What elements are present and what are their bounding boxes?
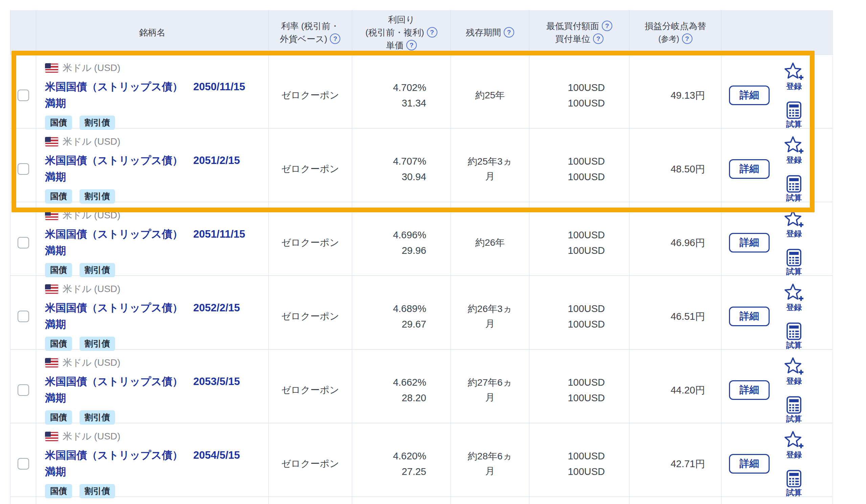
header-coupon-rate: 利率 (税引前・ 外貨ベース) ? [268,10,352,55]
tag-government-bond: 国債 [45,337,72,351]
bond-name-link[interactable]: 米国国債（ストリップス債） 2053/5/15 満期 [45,373,262,406]
breakeven-fx-cell: 46.51円 [629,276,721,357]
min-purchase-cell: 100USD 100USD [529,350,629,431]
bond-name-link[interactable]: 米国国債（ストリップス債） 2051/2/15 満期 [45,152,262,185]
help-icon[interactable]: ? [682,33,692,44]
detail-button[interactable]: 詳細 [729,85,769,105]
purchase-unit-value: 100USD [568,169,605,185]
help-icon[interactable]: ? [602,21,612,31]
help-icon[interactable]: ? [427,27,437,37]
row-checkbox[interactable] [18,384,29,396]
coupon-type-cell: ゼロクーポン [268,55,352,136]
yield-value: 4.702% [393,80,426,95]
icon-stack: 登録 試算 [784,283,804,350]
min-purchase-cell: 100USD 100USD [529,202,629,283]
detail-button[interactable]: 詳細 [729,380,769,400]
simulation-button[interactable]: 試算 [786,470,802,497]
register-favorite-button[interactable]: 登録 [784,357,804,385]
simulation-button[interactable]: 試算 [786,101,802,128]
tag-discount-bond: 割引債 [79,189,115,204]
unit-price-value: 31.34 [401,95,426,111]
bond-name-link[interactable]: 米国国債（ストリップス債） 2050/11/15 満期 [45,78,262,112]
bond-name-link[interactable]: 米国国債（ストリップス債） 2052/2/15 満期 [45,299,262,333]
yield-price-cell: 4.620% 27.25 [352,423,451,504]
register-label: 登録 [786,450,802,459]
star-plus-icon [784,62,804,81]
row-checkbox[interactable] [18,458,29,470]
remaining-period-cell: 約26年3ヵ月 [451,276,529,357]
detail-button[interactable]: 詳細 [729,307,769,326]
purchase-unit-value: 100USD [568,243,605,258]
tag-government-bond: 国債 [45,484,72,498]
row-checkbox[interactable] [18,311,29,322]
currency-line: 米ドル (USD) [45,356,262,369]
help-icon[interactable]: ? [593,33,603,44]
register-favorite-button[interactable]: 登録 [784,283,804,312]
icon-stack: 登録 試算 [784,136,804,203]
coupon-type: ゼロクーポン [281,236,339,249]
table-row: 米ドル (USD) 米国国債（ストリップス債） 2054/5/15 満期 国債 … [10,423,833,497]
remaining-period-cell: 約28年6ヵ月 [451,423,529,504]
simulation-button[interactable]: 試算 [786,249,802,276]
min-purchase-cell: 100USD 100USD [529,128,629,209]
detail-button[interactable]: 詳細 [729,454,769,473]
min-face-value: 100USD [568,448,605,464]
row-checkbox[interactable] [18,163,29,175]
detail-button[interactable]: 詳細 [729,159,769,179]
actions-cell: 詳細 登録 [721,350,833,431]
register-label: 登録 [786,82,802,91]
tag-discount-bond: 割引債 [79,263,115,277]
tag-government-bond: 国債 [45,189,72,204]
unit-price-value: 28.20 [401,390,426,405]
yield-value: 4.620% [393,448,426,464]
yield-value: 4.707% [393,153,426,169]
help-icon[interactable]: ? [406,40,417,50]
star-plus-icon [784,357,804,376]
coupon-type: ゼロクーポン [281,310,339,323]
coupon-type: ゼロクーポン [281,457,339,470]
issue-name-cell: 米ドル (USD) 米国国債（ストリップス債） 2054/5/15 満期 国債 … [36,423,268,504]
issue-name-cell: 米ドル (USD) 米国国債（ストリップス債） 2051/11/15 満期 国債… [36,202,268,283]
detail-button[interactable]: 詳細 [729,233,769,252]
simulation-label: 試算 [786,341,802,350]
bond-name-line1: 米国国債（ストリップス債） 2053/5/15 [45,373,262,390]
issue-name-cell: 米ドル (USD) 米国国債（ストリップス債） 2050/11/15 満期 国債… [36,55,268,136]
row-checkbox-cell [10,202,36,283]
icon-stack: 登録 試算 [784,357,804,424]
simulation-button[interactable]: 試算 [786,322,802,350]
actions-cell: 詳細 登録 [721,202,833,283]
register-favorite-button[interactable]: 登録 [784,430,804,459]
register-favorite-button[interactable]: 登録 [784,209,804,238]
tag-line: 国債 割引債 [45,484,262,498]
bond-name-link[interactable]: 米国国債（ストリップス債） 2051/11/15 満期 [45,226,262,259]
unit-price-value: 29.96 [401,243,426,258]
register-favorite-button[interactable]: 登録 [784,62,804,91]
calculator-icon [786,470,802,488]
yield-value: 4.662% [393,375,426,390]
coupon-type-cell: ゼロクーポン [268,276,352,357]
unit-price-value: 27.25 [401,464,426,479]
yield-value: 4.689% [393,301,426,317]
help-icon[interactable]: ? [504,27,514,37]
coupon-type-cell: ゼロクーポン [268,350,352,431]
header-remaining-period: 残存期間 ? [451,10,529,55]
register-favorite-button[interactable]: 登録 [784,136,804,164]
remaining-period: 約25年 [464,88,517,103]
row-checkbox-cell [10,276,36,357]
row-checkbox[interactable] [18,90,29,101]
bond-name-link[interactable]: 米国国債（ストリップス債） 2054/5/15 満期 [45,447,262,480]
help-icon[interactable]: ? [330,33,340,44]
min-face-value: 100USD [568,80,605,95]
simulation-button[interactable]: 試算 [786,175,802,202]
bond-name-line1: 米国国債（ストリップス債） 2052/2/15 [45,299,262,316]
table-body: 米ドル (USD) 米国国債（ストリップス債） 2050/11/15 満期 国債… [10,55,833,497]
purchase-unit-value: 100USD [568,95,605,111]
row-checkbox-cell [10,350,36,431]
bond-list-page: 銘柄名 利率 (税引前・ 外貨ベース) ? 利回り (税引前・複利) ? 単価 … [0,0,866,504]
min-face-value: 100USD [568,301,605,317]
simulation-button[interactable]: 試算 [786,396,802,423]
simulation-label: 試算 [786,489,802,497]
actions-cell: 詳細 登録 [721,423,833,504]
register-label: 登録 [786,230,802,238]
row-checkbox[interactable] [18,237,29,249]
